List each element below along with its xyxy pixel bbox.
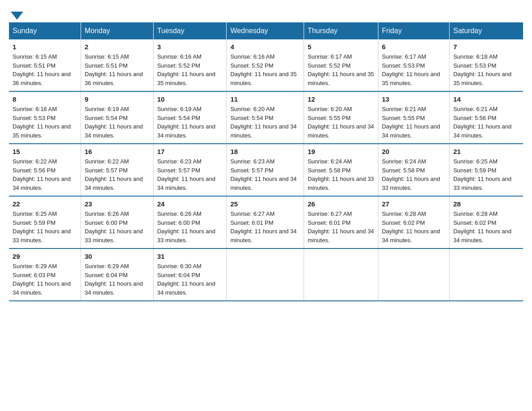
sunset-label: Sunset: 5:58 PM bbox=[382, 167, 425, 174]
sunset-label: Sunset: 5:52 PM bbox=[308, 62, 351, 69]
sunset-label: Sunset: 5:52 PM bbox=[230, 62, 273, 69]
day-cell: 11 Sunrise: 6:20 AM Sunset: 5:54 PM Dayl… bbox=[227, 91, 304, 144]
day-number: 28 bbox=[453, 200, 519, 208]
daylight-label: Daylight: 11 hours and 35 minutes. bbox=[308, 71, 374, 86]
sunset-label: Sunset: 5:54 PM bbox=[157, 115, 200, 121]
daylight-label: Daylight: 11 hours and 34 minutes. bbox=[230, 176, 296, 191]
day-number: 15 bbox=[13, 148, 77, 155]
day-number: 19 bbox=[308, 148, 374, 155]
daylight-label: Daylight: 11 hours and 34 minutes. bbox=[453, 228, 511, 244]
day-info: Sunrise: 6:24 AM Sunset: 5:58 PM Dayligh… bbox=[382, 157, 446, 192]
week-row-5: 29 Sunrise: 6:29 AM Sunset: 6:03 PM Dayl… bbox=[9, 248, 523, 301]
sunset-label: Sunset: 5:54 PM bbox=[85, 115, 128, 121]
day-number: 16 bbox=[85, 148, 150, 155]
day-info: Sunrise: 6:28 AM Sunset: 6:02 PM Dayligh… bbox=[453, 210, 519, 244]
day-cell: 12 Sunrise: 6:20 AM Sunset: 5:55 PM Dayl… bbox=[304, 91, 378, 144]
sunset-label: Sunset: 5:55 PM bbox=[308, 115, 351, 121]
daylight-label: Daylight: 11 hours and 34 minutes. bbox=[85, 176, 143, 191]
day-number: 21 bbox=[453, 148, 519, 155]
sunset-label: Sunset: 5:59 PM bbox=[453, 167, 496, 174]
day-number: 1 bbox=[13, 43, 77, 51]
sunrise-label: Sunrise: 6:27 AM bbox=[230, 210, 275, 217]
sunset-label: Sunset: 6:04 PM bbox=[85, 272, 128, 278]
day-cell: 25 Sunrise: 6:27 AM Sunset: 6:01 PM Dayl… bbox=[227, 196, 304, 248]
day-number: 29 bbox=[13, 253, 77, 260]
day-info: Sunrise: 6:18 AM Sunset: 5:53 PM Dayligh… bbox=[453, 52, 519, 87]
sunrise-label: Sunrise: 6:29 AM bbox=[85, 263, 129, 270]
day-number: 31 bbox=[157, 253, 223, 260]
week-row-2: 8 Sunrise: 6:18 AM Sunset: 5:53 PM Dayli… bbox=[9, 91, 523, 144]
sunset-label: Sunset: 5:56 PM bbox=[13, 167, 56, 174]
day-info: Sunrise: 6:17 AM Sunset: 5:52 PM Dayligh… bbox=[308, 52, 374, 87]
day-cell: 1 Sunrise: 6:15 AM Sunset: 5:51 PM Dayli… bbox=[9, 39, 81, 91]
day-cell: 6 Sunrise: 6:17 AM Sunset: 5:53 PM Dayli… bbox=[378, 39, 450, 91]
day-info: Sunrise: 6:23 AM Sunset: 5:57 PM Dayligh… bbox=[230, 157, 300, 192]
day-info: Sunrise: 6:29 AM Sunset: 6:03 PM Dayligh… bbox=[13, 262, 77, 297]
sunset-label: Sunset: 5:51 PM bbox=[13, 62, 56, 69]
day-info: Sunrise: 6:21 AM Sunset: 5:56 PM Dayligh… bbox=[453, 105, 519, 140]
daylight-label: Daylight: 11 hours and 34 minutes. bbox=[13, 176, 71, 191]
day-number: 20 bbox=[382, 148, 446, 155]
day-info: Sunrise: 6:20 AM Sunset: 5:55 PM Dayligh… bbox=[308, 105, 374, 140]
daylight-label: Daylight: 11 hours and 34 minutes. bbox=[453, 123, 511, 139]
day-number: 4 bbox=[230, 43, 300, 51]
sunset-label: Sunset: 6:00 PM bbox=[85, 219, 128, 226]
daylight-label: Daylight: 11 hours and 36 minutes. bbox=[13, 71, 71, 86]
sunset-label: Sunset: 5:57 PM bbox=[157, 167, 200, 174]
day-number: 11 bbox=[230, 95, 300, 103]
day-number: 12 bbox=[308, 95, 374, 103]
daylight-label: Daylight: 11 hours and 33 minutes. bbox=[85, 228, 143, 244]
daylight-label: Daylight: 11 hours and 35 minutes. bbox=[230, 71, 296, 86]
day-cell: 15 Sunrise: 6:22 AM Sunset: 5:56 PM Dayl… bbox=[9, 144, 81, 196]
sunrise-label: Sunrise: 6:24 AM bbox=[308, 158, 352, 165]
day-info: Sunrise: 6:26 AM Sunset: 6:00 PM Dayligh… bbox=[157, 210, 223, 244]
sunset-label: Sunset: 6:01 PM bbox=[308, 219, 351, 226]
header-day-monday: Monday bbox=[81, 22, 153, 39]
day-cell: 7 Sunrise: 6:18 AM Sunset: 5:53 PM Dayli… bbox=[450, 39, 523, 91]
day-cell: 14 Sunrise: 6:21 AM Sunset: 5:56 PM Dayl… bbox=[450, 91, 523, 144]
day-number: 23 bbox=[85, 200, 150, 208]
day-cell: 28 Sunrise: 6:28 AM Sunset: 6:02 PM Dayl… bbox=[450, 196, 523, 248]
daylight-label: Daylight: 11 hours and 36 minutes. bbox=[85, 71, 143, 86]
day-cell: 17 Sunrise: 6:23 AM Sunset: 5:57 PM Dayl… bbox=[153, 144, 226, 196]
day-info: Sunrise: 6:17 AM Sunset: 5:53 PM Dayligh… bbox=[382, 52, 446, 87]
day-cell: 30 Sunrise: 6:29 AM Sunset: 6:04 PM Dayl… bbox=[81, 248, 153, 301]
sunset-label: Sunset: 5:52 PM bbox=[157, 62, 200, 69]
daylight-label: Daylight: 11 hours and 33 minutes. bbox=[308, 176, 374, 191]
day-cell: 9 Sunrise: 6:19 AM Sunset: 5:54 PM Dayli… bbox=[81, 91, 153, 144]
day-info: Sunrise: 6:25 AM Sunset: 5:59 PM Dayligh… bbox=[13, 210, 77, 244]
day-info: Sunrise: 6:22 AM Sunset: 5:57 PM Dayligh… bbox=[85, 157, 150, 192]
daylight-label: Daylight: 11 hours and 33 minutes. bbox=[382, 176, 440, 191]
day-info: Sunrise: 6:27 AM Sunset: 6:01 PM Dayligh… bbox=[230, 210, 300, 244]
sunrise-label: Sunrise: 6:21 AM bbox=[382, 106, 426, 112]
week-row-1: 1 Sunrise: 6:15 AM Sunset: 5:51 PM Dayli… bbox=[9, 39, 523, 91]
day-number: 9 bbox=[85, 95, 150, 103]
day-number: 30 bbox=[85, 253, 150, 260]
sunset-label: Sunset: 5:53 PM bbox=[13, 115, 56, 121]
day-cell: 13 Sunrise: 6:21 AM Sunset: 5:55 PM Dayl… bbox=[378, 91, 450, 144]
sunset-label: Sunset: 5:53 PM bbox=[382, 62, 425, 69]
sunrise-label: Sunrise: 6:20 AM bbox=[230, 106, 275, 112]
sunrise-label: Sunrise: 6:17 AM bbox=[382, 53, 426, 60]
daylight-label: Daylight: 11 hours and 35 minutes. bbox=[382, 71, 440, 86]
day-cell: 10 Sunrise: 6:19 AM Sunset: 5:54 PM Dayl… bbox=[153, 91, 226, 144]
sunrise-label: Sunrise: 6:26 AM bbox=[85, 210, 129, 217]
daylight-label: Daylight: 11 hours and 34 minutes. bbox=[157, 280, 215, 296]
day-cell: 22 Sunrise: 6:25 AM Sunset: 5:59 PM Dayl… bbox=[9, 196, 81, 248]
day-info: Sunrise: 6:15 AM Sunset: 5:51 PM Dayligh… bbox=[85, 52, 150, 87]
day-cell: 19 Sunrise: 6:24 AM Sunset: 5:58 PM Dayl… bbox=[304, 144, 378, 196]
day-cell: 3 Sunrise: 6:16 AM Sunset: 5:52 PM Dayli… bbox=[153, 39, 226, 91]
day-number: 22 bbox=[13, 200, 77, 208]
day-number: 24 bbox=[157, 200, 223, 208]
sunrise-label: Sunrise: 6:16 AM bbox=[157, 53, 202, 60]
daylight-label: Daylight: 11 hours and 34 minutes. bbox=[157, 123, 215, 139]
daylight-label: Daylight: 11 hours and 35 minutes. bbox=[157, 71, 215, 86]
sunrise-label: Sunrise: 6:29 AM bbox=[13, 263, 57, 270]
daylight-label: Daylight: 11 hours and 35 minutes. bbox=[453, 71, 511, 86]
daylight-label: Daylight: 11 hours and 35 minutes. bbox=[13, 123, 71, 139]
day-info: Sunrise: 6:15 AM Sunset: 5:51 PM Dayligh… bbox=[13, 52, 77, 87]
sunrise-label: Sunrise: 6:27 AM bbox=[308, 210, 352, 217]
sunrise-label: Sunrise: 6:24 AM bbox=[382, 158, 426, 165]
sunrise-label: Sunrise: 6:26 AM bbox=[157, 210, 202, 217]
day-cell: 31 Sunrise: 6:30 AM Sunset: 6:04 PM Dayl… bbox=[153, 248, 226, 301]
